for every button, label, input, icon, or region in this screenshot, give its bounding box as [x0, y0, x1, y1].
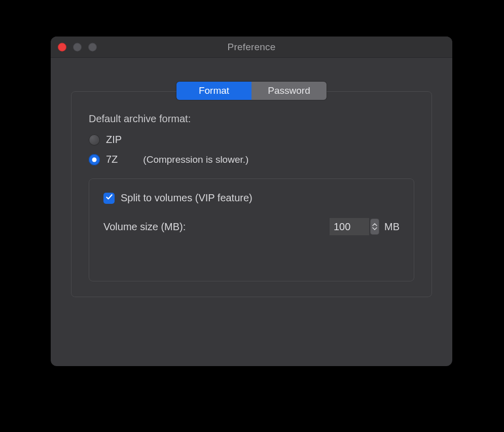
radio-7z-label: 7Z [106, 154, 118, 165]
tab-bar: Format Password [176, 82, 327, 100]
radio-row-7z[interactable]: 7Z (Compression is slower.) [89, 154, 414, 165]
chevron-down-icon [372, 227, 377, 230]
volume-size-input[interactable] [330, 218, 369, 235]
maximize-button[interactable] [88, 43, 97, 51]
format-heading: Default archive format: [89, 113, 414, 125]
volume-size-stepper[interactable] [370, 219, 379, 235]
radio-zip[interactable] [89, 134, 100, 146]
volume-size-unit: MB [384, 221, 400, 233]
radio-row-zip[interactable]: ZIP [89, 134, 414, 146]
main-panel: Format Password Default archive format: … [71, 91, 432, 297]
tab-password[interactable]: Password [251, 82, 327, 100]
tab-format[interactable]: Format [176, 82, 251, 100]
format-radio-group: ZIP 7Z (Compression is slower.) [89, 134, 414, 165]
split-panel: Split to volumes (VIP feature) Volume si… [89, 178, 414, 281]
chevron-up-icon [372, 223, 377, 227]
traffic-lights [58, 43, 97, 51]
radio-7z[interactable] [89, 154, 100, 165]
window-title: Preference [228, 42, 276, 53]
titlebar: Preference [51, 37, 452, 58]
preference-window: Preference Format Password Default archi… [51, 37, 452, 366]
radio-7z-note: (Compression is slower.) [143, 154, 248, 165]
volume-size-label: Volume size (MB): [103, 221, 186, 233]
close-button[interactable] [58, 43, 66, 51]
volume-size-row: Volume size (MB): MB [103, 218, 400, 235]
radio-zip-label: ZIP [106, 134, 122, 146]
minimize-button[interactable] [73, 43, 82, 51]
check-icon [105, 193, 113, 203]
split-checkbox[interactable] [103, 193, 115, 204]
split-checkbox-row[interactable]: Split to volumes (VIP feature) [103, 192, 400, 204]
content-area: Format Password Default archive format: … [51, 58, 452, 312]
split-checkbox-label: Split to volumes (VIP feature) [121, 192, 253, 204]
